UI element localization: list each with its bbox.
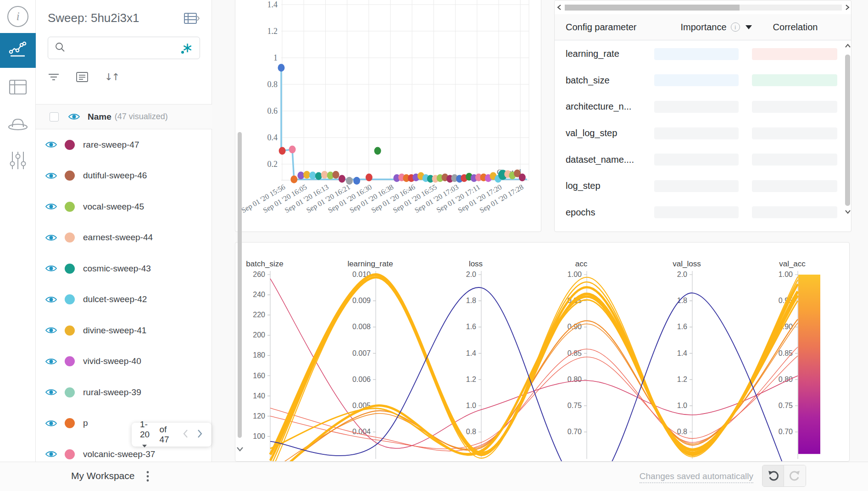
run-name[interactable]: rare-sweep-47 bbox=[83, 140, 139, 150]
run-name[interactable]: dutiful-sweep-46 bbox=[83, 171, 147, 181]
toggle-run-visibility-button[interactable] bbox=[45, 419, 57, 428]
toggle-run-visibility-button[interactable] bbox=[45, 202, 57, 211]
run-curve[interactable] bbox=[270, 275, 798, 454]
redo-button[interactable] bbox=[784, 465, 806, 486]
hscroll-thumb[interactable] bbox=[565, 5, 740, 11]
toggle-run-visibility-button[interactable] bbox=[45, 357, 57, 366]
scroll-right-icon[interactable] bbox=[845, 4, 850, 11]
run-point[interactable] bbox=[297, 171, 304, 179]
info-icon[interactable]: i bbox=[731, 22, 740, 32]
correlation-column-label[interactable]: Correlation bbox=[773, 22, 818, 33]
run-name[interactable]: volcanic-sweep-37 bbox=[83, 449, 155, 459]
eye-icon bbox=[45, 140, 57, 149]
importance-row[interactable]: log_step bbox=[555, 173, 844, 199]
toggle-run-visibility-button[interactable] bbox=[45, 233, 57, 242]
run-curve[interactable] bbox=[270, 279, 798, 448]
axis-tick-label: 0.75 bbox=[568, 402, 582, 409]
next-page-button[interactable] bbox=[197, 429, 203, 440]
axis-tick-label: 1.0 bbox=[466, 402, 476, 409]
select-all-checkbox[interactable] bbox=[50, 112, 59, 121]
sidebar-item-controls[interactable] bbox=[0, 149, 36, 174]
run-point[interactable] bbox=[315, 172, 322, 180]
importance-row[interactable]: epochs bbox=[555, 199, 844, 226]
display-options-button[interactable] bbox=[76, 72, 88, 82]
sidebar-item-sweep[interactable] bbox=[0, 112, 36, 138]
open-runs-table-button[interactable] bbox=[184, 12, 200, 28]
importance-row[interactable]: val_log_step bbox=[555, 120, 844, 147]
regex-toggle-button[interactable]: ∗ bbox=[179, 40, 193, 56]
workspace-title[interactable]: My Workspace bbox=[71, 470, 134, 481]
prev-page-button[interactable] bbox=[182, 429, 189, 440]
run-point[interactable] bbox=[290, 176, 297, 183]
run-point[interactable] bbox=[353, 177, 360, 185]
toggle-run-visibility-button[interactable] bbox=[45, 326, 57, 335]
importance-row[interactable]: batch_size bbox=[555, 67, 844, 94]
run-point[interactable] bbox=[519, 174, 526, 182]
importance-row[interactable]: dataset_name.... bbox=[555, 146, 844, 173]
run-name[interactable]: rural-sweep-39 bbox=[83, 387, 141, 397]
scroll-left-icon[interactable] bbox=[556, 4, 562, 11]
run-name[interactable]: divine-sweep-41 bbox=[83, 325, 146, 336]
sidebar-item-info[interactable]: i bbox=[0, 4, 36, 29]
run-point[interactable] bbox=[289, 146, 296, 154]
run-row[interactable]: dulcet-sweep-42 bbox=[36, 284, 212, 315]
run-name[interactable]: vocal-sweep-45 bbox=[83, 202, 144, 212]
vscroll-thumb[interactable] bbox=[845, 55, 850, 206]
run-point[interactable] bbox=[321, 171, 328, 179]
run-row[interactable]: dutiful-sweep-46 bbox=[36, 160, 212, 192]
axis-tick-label: 0.8 bbox=[466, 428, 476, 436]
toggle-run-visibility-button[interactable] bbox=[45, 171, 57, 180]
run-point[interactable] bbox=[278, 64, 285, 72]
sidebar-item-panels[interactable] bbox=[0, 33, 36, 68]
importance-vscrollbar bbox=[844, 41, 851, 224]
sort-button[interactable]: ↓↑ bbox=[105, 72, 119, 83]
run-row[interactable]: vocal-sweep-45 bbox=[36, 191, 212, 222]
page-size-dropdown[interactable]: 1-20 bbox=[140, 419, 156, 450]
importance-row[interactable]: architecture_n... bbox=[555, 94, 844, 120]
toggle-run-visibility-button[interactable] bbox=[45, 264, 57, 273]
importance-row[interactable]: learning_rate bbox=[555, 41, 844, 67]
toggle-run-visibility-button[interactable] bbox=[45, 450, 57, 458]
run-name[interactable]: earnest-sweep-44 bbox=[83, 232, 153, 243]
created-chart-panel[interactable]: 1.41.210.80.60.40.2Sep 01 '20 15:56Sep 0… bbox=[235, 0, 541, 232]
toggle-run-visibility-button[interactable] bbox=[45, 140, 57, 149]
run-color-dot bbox=[65, 140, 75, 150]
run-row[interactable]: divine-sweep-41 bbox=[36, 315, 212, 346]
filter-button[interactable] bbox=[48, 72, 60, 82]
run-point[interactable] bbox=[339, 175, 345, 182]
created-scatter-chart: 1.41.210.80.60.40.2Sep 01 '20 15:56Sep 0… bbox=[235, 0, 541, 232]
run-name[interactable]: dulcet-sweep-42 bbox=[83, 294, 147, 304]
run-row[interactable]: vivid-sweep-40 bbox=[36, 346, 212, 377]
run-name[interactable]: vivid-sweep-40 bbox=[83, 356, 141, 366]
run-point[interactable] bbox=[346, 177, 353, 185]
axis-tick-label: 0.009 bbox=[352, 297, 371, 304]
run-name[interactable]: p bbox=[83, 418, 88, 428]
run-point[interactable] bbox=[279, 147, 286, 155]
run-list-scrollbar[interactable] bbox=[238, 132, 242, 438]
toggle-run-visibility-button[interactable] bbox=[45, 295, 57, 304]
workspace-menu-button[interactable] bbox=[146, 470, 150, 485]
run-row[interactable]: cosmic-sweep-43 bbox=[36, 253, 212, 284]
run-point[interactable] bbox=[366, 174, 373, 182]
run-point[interactable] bbox=[374, 147, 381, 155]
scroll-down-icon[interactable] bbox=[236, 446, 244, 454]
sidebar-item-table[interactable] bbox=[0, 76, 36, 100]
run-row[interactable]: earnest-sweep-44 bbox=[36, 222, 212, 254]
sort-desc-icon[interactable] bbox=[746, 25, 752, 29]
parallel-coordinates-panel[interactable]: batch_size260240220200180160140120100lea… bbox=[235, 242, 850, 462]
scroll-up-icon[interactable] bbox=[845, 44, 851, 48]
toggle-run-visibility-button[interactable] bbox=[45, 388, 57, 397]
run-point[interactable] bbox=[309, 171, 316, 179]
run-row[interactable]: rare-sweep-47 bbox=[36, 129, 212, 160]
scroll-down-icon[interactable] bbox=[845, 210, 851, 214]
toggle-all-visibility-button[interactable] bbox=[68, 112, 80, 121]
run-name[interactable]: cosmic-sweep-43 bbox=[83, 264, 151, 274]
run-row[interactable]: rural-sweep-39 bbox=[36, 377, 212, 408]
run-point[interactable] bbox=[303, 171, 310, 179]
axis-tick-label: 0.85 bbox=[779, 349, 793, 357]
run-point[interactable] bbox=[332, 171, 339, 179]
run-list-header: Name (47 visualized) bbox=[36, 104, 212, 129]
undo-button[interactable] bbox=[762, 465, 784, 486]
search-input[interactable] bbox=[70, 44, 179, 53]
importance-column-label[interactable]: Importance bbox=[681, 22, 727, 33]
